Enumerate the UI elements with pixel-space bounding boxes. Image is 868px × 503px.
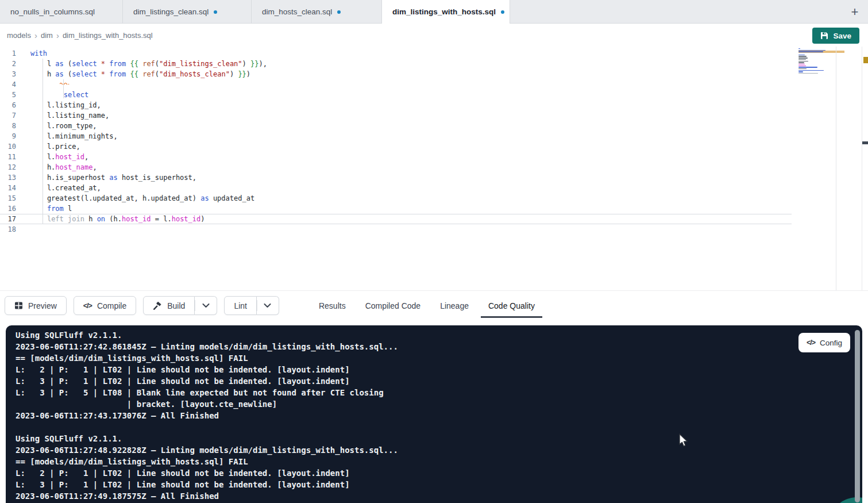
minimap-line <box>798 57 808 58</box>
tab-compiled-code[interactable]: Compiled Code <box>358 291 429 321</box>
tab-label: dim_listings_with_hosts.sql <box>392 7 496 16</box>
terminal-line: L: 2 | P: 1 | LT02 | Line should not be … <box>16 364 398 375</box>
code-line[interactable]: 15 greatest(l.updated_at, h.updated_at) … <box>0 193 792 203</box>
chevron-down-icon <box>202 304 210 308</box>
code-line[interactable]: 1with <box>0 48 792 59</box>
lint-output-terminal: Using SQLFluff v2.1.1.2023-06-06T11:27:4… <box>6 325 862 503</box>
tab-no-nulls-in-columns[interactable]: no_nulls_in_columns.sql <box>0 0 123 24</box>
minimap-line <box>798 55 805 55</box>
code-line[interactable]: 16 from l <box>0 203 792 214</box>
line-number: 8 <box>0 121 16 131</box>
editor-scrollbar[interactable] <box>862 47 868 290</box>
terminal-line: Using SQLFluff v2.1.1. <box>16 329 398 341</box>
line-number: 2 <box>0 59 16 69</box>
line-number: 10 <box>0 141 16 152</box>
minimap-line <box>798 64 805 64</box>
minimap-line <box>798 61 808 62</box>
code-line[interactable]: 12 h.host_name, <box>0 162 792 172</box>
line-number: 4 <box>0 79 16 90</box>
code-line[interactable]: 5 select <box>0 90 792 100</box>
tab-code-quality[interactable]: Code Quality <box>481 291 542 321</box>
line-number: 15 <box>0 193 16 203</box>
code-line[interactable]: 13 h.is_superhost as host_is_superhost, <box>0 172 792 183</box>
code-line[interactable]: 8 l.room_type, <box>0 121 792 131</box>
minimap-line <box>798 67 817 67</box>
code-line[interactable]: 14 l.created_at, <box>0 183 792 193</box>
chevron-right-icon: › <box>56 31 59 40</box>
breadcrumb-item-dim[interactable]: dim <box>41 31 53 40</box>
tab-dim-listings-with-hosts[interactable]: dim_listings_with_hosts.sql <box>382 0 510 24</box>
line-number: 16 <box>0 203 16 214</box>
compile-button[interactable]: </> Compile <box>74 296 136 315</box>
line-number: 12 <box>0 162 16 172</box>
terminal-line: Using SQLFluff v2.1.1. <box>16 433 398 444</box>
tab-label: no_nulls_in_columns.sql <box>10 7 95 16</box>
code-line[interactable]: 11 l.host_id, <box>0 152 792 162</box>
line-number: 18 <box>0 224 16 235</box>
save-button[interactable]: Save <box>812 28 859 44</box>
code-line[interactable]: 9 l.minimum_nights, <box>0 131 792 141</box>
code-line[interactable]: 10 l.price, <box>0 141 792 152</box>
minimap-line <box>798 59 806 60</box>
terminal-line: L: 3 | P: 1 | LT02 | Line should not be … <box>16 479 398 490</box>
terminal-line: 2023-06-06T11:27:48.922828Z — Linting mo… <box>16 444 398 456</box>
terminal-line: L: 3 | P: 5 | LT08 | Blank line expected… <box>16 387 398 398</box>
code-line[interactable]: 4 <box>0 79 792 90</box>
build-dropdown-button[interactable] <box>195 296 217 315</box>
editor-divider <box>836 47 836 290</box>
terminal-scrollbar[interactable] <box>855 330 860 502</box>
line-number: 14 <box>0 183 16 193</box>
code-line[interactable]: 17 left join h on (h.host_id = l.host_id… <box>0 214 792 224</box>
code-line[interactable]: 3 h as (select * from {{ ref("dim_hosts_… <box>0 69 792 79</box>
tab-dim-listings-clean[interactable]: dim_listings_clean.sql <box>123 0 252 24</box>
code-brackets-icon: </> <box>83 302 92 310</box>
code-line[interactable]: 18 <box>0 224 792 235</box>
minimap-line <box>798 48 800 49</box>
minimap[interactable] <box>798 48 844 76</box>
tab-dim-hosts-clean[interactable]: dim_hosts_clean.sql <box>252 0 382 24</box>
minimap-line <box>798 70 824 71</box>
minimap-line <box>798 68 807 69</box>
tab-label: dim_listings_clean.sql <box>133 7 209 16</box>
line-number: 11 <box>0 152 16 162</box>
breadcrumb-item-file[interactable]: dim_listings_with_hosts.sql <box>63 31 153 40</box>
grid-icon <box>14 301 23 310</box>
config-button[interactable]: </> Config <box>798 333 850 352</box>
minimap-line <box>798 56 807 56</box>
build-label: Build <box>167 301 185 310</box>
code-brackets-icon: </> <box>807 339 815 347</box>
lint-dropdown-button[interactable] <box>257 296 279 315</box>
preview-label: Preview <box>28 301 57 310</box>
terminal-line: 2023-06-06T11:27:49.187575Z — All Finish… <box>16 490 398 502</box>
code-line[interactable]: 6 l.listing_id, <box>0 100 792 110</box>
compile-label: Compile <box>97 301 126 310</box>
preview-button[interactable]: Preview <box>5 296 67 315</box>
tab-label: Lineage <box>440 301 469 310</box>
line-number: 1 <box>0 48 16 59</box>
line-number: 17 <box>0 214 16 224</box>
unsaved-changes-dot-icon <box>214 10 217 14</box>
tab-results[interactable]: Results <box>311 291 353 321</box>
lint-button[interactable]: Lint <box>224 296 257 315</box>
terminal-line: L: 2 | P: 1 | LT02 | Line should not be … <box>16 467 398 479</box>
minimap-line <box>798 51 823 52</box>
minimap-line <box>798 66 806 66</box>
code-line[interactable]: 2 l as (select * from {{ ref("dim_listin… <box>0 59 792 69</box>
code-line[interactable]: 7 l.listing_name, <box>0 110 792 121</box>
code-editor[interactable]: 1with2 l as (select * from {{ ref("dim_l… <box>0 47 868 290</box>
new-tab-button[interactable]: + <box>846 3 863 21</box>
terminal-line: 2023-06-06T11:27:42.861845Z — Linting mo… <box>16 341 398 352</box>
tab-label: Code Quality <box>488 301 535 310</box>
terminal-line: == [models/dim/dim_listings_with_hosts.s… <box>16 352 398 364</box>
tab-label: dim_hosts_clean.sql <box>262 7 332 16</box>
save-label: Save <box>833 32 851 40</box>
breadcrumb-item-models[interactable]: models <box>7 31 31 40</box>
terminal-line: L: 3 | P: 1 | LT02 | Line should not be … <box>16 375 398 387</box>
tab-lineage[interactable]: Lineage <box>433 291 476 321</box>
unsaved-changes-dot-icon <box>337 10 341 14</box>
hammer-icon <box>153 301 162 310</box>
minimap-line <box>798 62 804 63</box>
build-button[interactable]: Build <box>143 296 195 315</box>
line-number: 7 <box>0 110 16 121</box>
line-number: 13 <box>0 172 16 183</box>
